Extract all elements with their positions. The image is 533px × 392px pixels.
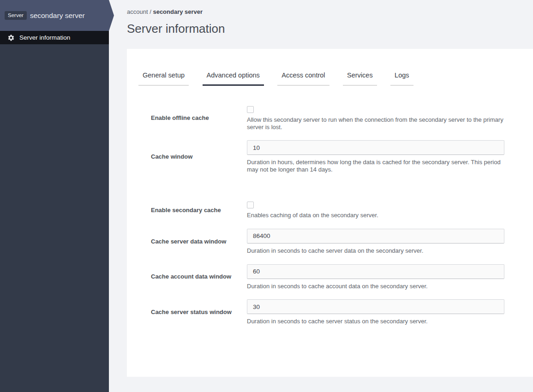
breadcrumb-account-link[interactable]: account [127, 8, 148, 15]
sidebar-item-label: Server information [19, 34, 70, 41]
field-help-text: Duration in hours, determines how long t… [247, 159, 504, 173]
breadcrumb-separator: / [150, 8, 151, 15]
topbar: account / secondary server Server inform… [109, 0, 533, 36]
field-label: Cache server data window [151, 238, 247, 245]
tab-bar: General setup Advanced options Access co… [138, 71, 533, 86]
form-row: Cache server data window Duration in sec… [151, 229, 533, 255]
sidebar: Server secondary server Server informati… [0, 0, 109, 392]
field-label: Enable offline cache [151, 114, 247, 122]
tab-access-control[interactable]: Access control [277, 71, 329, 86]
field-label: Enable secondary cache [151, 207, 247, 214]
tab-general-setup[interactable]: General setup [138, 71, 189, 86]
cache-window-input[interactable] [247, 140, 504, 155]
enable-offline-cache-checkbox[interactable] [247, 106, 254, 113]
sidebar-header: Server secondary server [0, 0, 109, 31]
field-label: Cache server status window [151, 309, 247, 316]
cache-server-status-window-input[interactable] [247, 299, 504, 314]
cache-account-data-window-input[interactable] [247, 264, 504, 279]
page-title: Server information [127, 21, 533, 36]
cache-server-data-window-input[interactable] [247, 229, 504, 244]
breadcrumb-current: secondary server [153, 8, 203, 15]
sidebar-item-server-information[interactable]: Server information [0, 31, 109, 44]
field-help-text: Duration in seconds to cache server data… [247, 247, 504, 255]
sidebar-server-name: secondary server [30, 12, 85, 20]
form-row: Cache server status window Duration in s… [151, 299, 533, 325]
field-help-text: Enables caching of data on the secondary… [247, 212, 504, 219]
form-row: Enable offline cache Allow this secondar… [151, 106, 533, 131]
advanced-options-form: Enable offline cache Allow this secondar… [127, 106, 533, 325]
server-settings-card: General setup Advanced options Access co… [127, 49, 533, 377]
form-row: Cache window Duration in hours, determin… [151, 140, 533, 173]
form-row: Cache account data window Duration in se… [151, 264, 533, 290]
field-label: Cache account data window [151, 273, 247, 280]
tab-logs[interactable]: Logs [390, 71, 413, 86]
form-row: Enable secondary cache Enables caching o… [151, 202, 533, 219]
breadcrumb: account / secondary server [127, 8, 533, 15]
field-help-text: Duration in seconds to cache server stat… [247, 318, 504, 325]
field-label: Cache window [151, 153, 247, 160]
main-content: account / secondary server Server inform… [109, 0, 533, 392]
gear-icon [7, 34, 15, 42]
enable-secondary-cache-checkbox[interactable] [247, 202, 254, 208]
tab-advanced-options[interactable]: Advanced options [203, 71, 264, 86]
tab-services[interactable]: Services [343, 71, 377, 86]
field-help-text: Duration in seconds to cache account dat… [247, 283, 504, 290]
server-type-badge: Server [5, 11, 27, 20]
field-help-text: Allow this secondary server to run when … [247, 116, 504, 131]
